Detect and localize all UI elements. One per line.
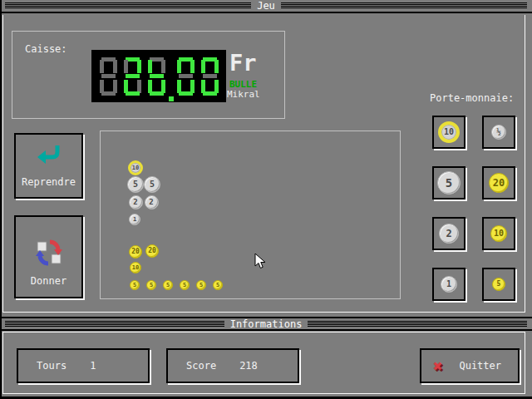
tours-value: 1 — [90, 360, 96, 372]
play-coin-5[interactable]: 5 — [180, 280, 190, 290]
wallet-coin-10c-icon: 10 — [490, 225, 507, 242]
wallet-coin-20c-icon: 20 — [489, 173, 509, 193]
wallet-button-1fr[interactable]: 1 — [432, 268, 466, 301]
score-box: Score 218 — [166, 348, 299, 383]
info-bar: Informations — [0, 319, 532, 328]
play-coin-5[interactable]: 5 — [127, 176, 144, 193]
play-coin-5[interactable]: 5 — [163, 280, 173, 290]
display-digit — [148, 57, 165, 96]
game-window: Jeu Caisse: Fr BULLE Mikral Reprendre — [0, 0, 532, 399]
tours-label: Tours — [37, 360, 66, 372]
wallet-coin-half-fr-icon: ½ — [491, 125, 506, 140]
play-coin-5[interactable]: 5 — [196, 280, 206, 290]
play-coin-5[interactable]: 5 — [130, 280, 140, 290]
display-digit — [100, 57, 117, 96]
display-digit — [177, 57, 195, 96]
score-value: 218 — [239, 360, 258, 372]
play-area[interactable]: 1055221202010555555 — [100, 131, 401, 299]
window-title: Jeu — [251, 0, 281, 12]
wallet-grid: 10½52021015 — [432, 116, 515, 301]
play-coin-5[interactable]: 5 — [146, 280, 156, 290]
currency-label: Fr — [229, 50, 257, 76]
quitter-label: Quitter — [459, 360, 501, 372]
screen-edge-left — [0, 0, 2, 399]
tours-box: Tours 1 — [17, 348, 150, 383]
play-coin-2[interactable]: 2 — [129, 195, 143, 209]
wallet-coin-5c-icon: 5 — [492, 278, 505, 291]
display-digit — [124, 57, 141, 96]
info-bar-stripes — [5, 321, 224, 328]
play-coin-5[interactable]: 5 — [213, 280, 223, 290]
wallet-button-20c[interactable]: 20 — [482, 166, 515, 200]
wallet-coin-2fr-icon: 2 — [439, 224, 459, 244]
play-coin-5[interactable]: 5 — [144, 176, 160, 193]
info-bar-title: Informations — [224, 318, 308, 330]
brand-line-2: Mikral — [227, 89, 260, 100]
title-bar: Jeu — [0, 0, 532, 13]
wallet-button-10c[interactable]: 10 — [482, 217, 515, 250]
display-digit — [201, 57, 219, 96]
donner-button[interactable]: Donner — [14, 215, 83, 298]
title-bar-stripes — [281, 2, 527, 9]
reprendre-button[interactable]: Reprendre — [14, 133, 83, 199]
play-coin-2[interactable]: 2 — [145, 195, 159, 209]
wallet-button-half-fr[interactable]: ½ — [482, 116, 515, 149]
score-label: Score — [186, 360, 216, 372]
return-arrow-icon — [35, 142, 63, 170]
play-coin-20[interactable]: 20 — [129, 245, 142, 259]
wallet-coin-10fr-icon: 10 — [438, 121, 460, 143]
quitter-button[interactable]: ✖ Quitter — [420, 348, 520, 383]
wallet-button-5fr[interactable]: 5 — [432, 166, 466, 200]
red-x-icon: ✖ — [433, 357, 442, 375]
wallet-coin-1fr-icon: 1 — [441, 276, 457, 293]
info-separator-bottom — [0, 329, 532, 331]
info-bar-stripes — [308, 321, 527, 328]
wallet-coin-5fr-icon: 5 — [437, 171, 461, 195]
caisse-label: Caisse: — [25, 43, 67, 55]
play-coin-10[interactable]: 10 — [130, 262, 141, 273]
wallet-button-5c[interactable]: 5 — [482, 268, 515, 301]
title-bar-stripes — [5, 2, 251, 9]
wallet-button-2fr[interactable]: 2 — [432, 217, 466, 250]
porte-monnaie-label: Porte-monnaie: — [430, 92, 514, 104]
play-coin-20[interactable]: 20 — [145, 244, 159, 258]
wallet-button-10fr[interactable]: 10 — [432, 116, 466, 149]
cash-register-display — [91, 50, 226, 102]
decimal-point — [169, 96, 174, 101]
play-coin-1[interactable]: 1 — [129, 214, 140, 225]
play-coin-10[interactable]: 10 — [128, 160, 143, 175]
reprendre-label: Reprendre — [22, 176, 76, 188]
donner-label: Donner — [31, 275, 66, 287]
exchange-icon — [35, 239, 63, 269]
